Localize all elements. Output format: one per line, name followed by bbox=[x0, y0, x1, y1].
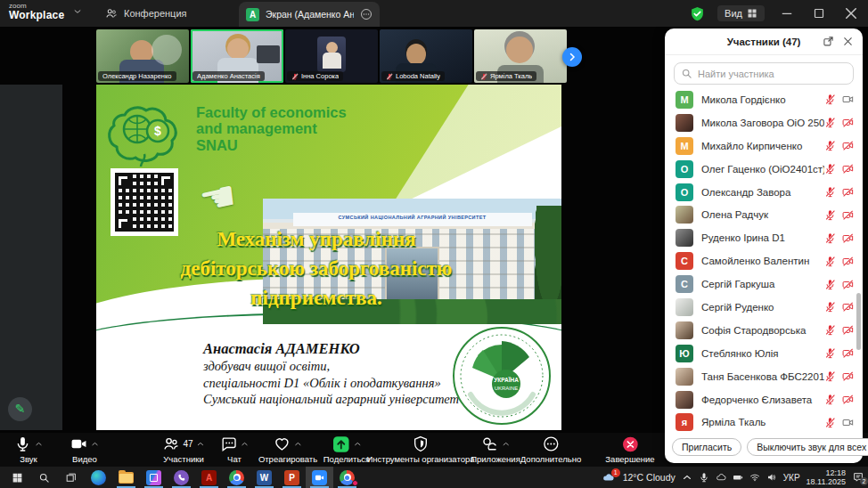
toolbar-mic-button[interactable]: Звук bbox=[14, 435, 43, 464]
caret-up-icon[interactable] bbox=[241, 440, 249, 448]
participant-row[interactable]: Олена Радчук bbox=[665, 203, 863, 226]
language-indicator[interactable]: УКР bbox=[783, 473, 800, 483]
participant-row[interactable]: Руденко Ірина D1 bbox=[665, 226, 863, 249]
tray-expand-icon[interactable] bbox=[682, 472, 692, 483]
taskbar-app-viber[interactable] bbox=[168, 467, 195, 488]
caret-up-icon[interactable] bbox=[91, 440, 99, 448]
mic-muted-icon bbox=[824, 301, 836, 313]
caret-up-icon[interactable] bbox=[294, 440, 302, 448]
participant-row[interactable]: Софія Стародворська bbox=[665, 319, 863, 342]
video-thumbnail[interactable]: Ярміла Ткаль bbox=[474, 29, 567, 83]
scrollbar-thumb[interactable] bbox=[856, 293, 861, 350]
task-view-button[interactable] bbox=[57, 467, 84, 488]
video-thumbnail[interactable]: Олександр Назаренко bbox=[96, 29, 189, 83]
weather-text[interactable]: 12°C Cloudy bbox=[623, 472, 676, 483]
participant-row[interactable]: OОлександр Завора bbox=[665, 181, 863, 204]
taskbar-app-chrome-profile[interactable] bbox=[333, 467, 361, 488]
network-icon[interactable] bbox=[749, 472, 760, 483]
toolbar-shield-button[interactable]: Инструменты организатора bbox=[366, 435, 474, 464]
people-icon bbox=[105, 7, 118, 20]
avatar: O bbox=[676, 183, 693, 201]
mute-all-button[interactable]: Выключить звук для всех bbox=[747, 438, 868, 456]
video-icon bbox=[70, 435, 87, 452]
taskbar-app-photos[interactable] bbox=[140, 467, 168, 488]
video-thumbnail[interactable]: Інна Сорока bbox=[285, 29, 378, 83]
caret-up-icon[interactable] bbox=[197, 440, 205, 448]
tab-more-icon[interactable] bbox=[360, 8, 373, 20]
participant-name: Олег Гаценко (ОіО2401ст) bbox=[701, 164, 824, 175]
participant-row[interactable]: яЯрміла Ткаль bbox=[665, 411, 863, 431]
taskbar-app-explorer[interactable] bbox=[112, 467, 140, 488]
taskbar-app-acrobat[interactable]: A bbox=[195, 467, 223, 488]
tray-mic-icon[interactable] bbox=[699, 472, 709, 483]
battery-icon[interactable] bbox=[733, 472, 743, 483]
participant-name: Микола Заговора ОіО 2501 bbox=[701, 118, 824, 128]
toolbar-video-button[interactable]: Видео bbox=[70, 435, 99, 464]
popout-icon[interactable] bbox=[823, 36, 834, 47]
avatar: M bbox=[676, 91, 693, 109]
taskbar-app-edge[interactable] bbox=[85, 467, 112, 488]
participant-count-badge: 47 bbox=[183, 439, 192, 449]
tab-shared-screen[interactable]: A Экран (Адаменко Анастасія) bbox=[239, 2, 380, 27]
toolbar-label: Поделиться bbox=[323, 454, 370, 464]
clock[interactable]: 12:18 18.11.2025 bbox=[807, 468, 846, 487]
participants-panel-footer: Пригласить Выключить звук для всех bbox=[665, 431, 863, 463]
notification-badge: 2 bbox=[860, 477, 868, 485]
security-shield-icon[interactable] bbox=[690, 6, 705, 21]
participant-row[interactable]: ЮСтеблянко Юлія bbox=[665, 342, 863, 365]
caret-up-icon[interactable] bbox=[35, 440, 43, 448]
invite-button[interactable]: Пригласить bbox=[672, 438, 741, 456]
participant-name: Михайло Кирпиченко bbox=[701, 141, 824, 151]
shared-screen-margin bbox=[0, 85, 62, 430]
maximize-button[interactable] bbox=[809, 5, 829, 21]
toolbar-more-button[interactable]: Дополнительно bbox=[520, 435, 581, 464]
participant-row[interactable]: ССамойленко Валентин bbox=[665, 249, 863, 272]
chevron-down-icon[interactable] bbox=[73, 7, 82, 16]
video-thumbnail[interactable]: Loboda Nataliy bbox=[380, 29, 472, 83]
camera-off-icon bbox=[842, 256, 854, 267]
volume-icon[interactable] bbox=[766, 472, 777, 483]
toolbar-chat-button[interactable]: Чат bbox=[220, 435, 249, 464]
notification-center-button[interactable]: 2 bbox=[852, 471, 865, 484]
toolbar-heart-button[interactable]: Отреагировать bbox=[258, 435, 317, 464]
participant-row[interactable]: MМикола Гордієнко bbox=[665, 88, 863, 111]
taskbar-app-chrome[interactable] bbox=[223, 467, 250, 488]
tab-conference[interactable]: Конференция bbox=[96, 0, 195, 27]
windows-logo-icon bbox=[12, 472, 23, 484]
participant-row[interactable]: Таня Басенкова ФБС2201 bbox=[665, 365, 863, 388]
participant-row[interactable]: Микола Заговора ОіО 2501 bbox=[665, 111, 863, 134]
toolbar-people-button[interactable]: 47Участники bbox=[162, 435, 204, 464]
participant-row[interactable]: MМихайло Кирпиченко bbox=[665, 134, 863, 158]
start-button[interactable] bbox=[4, 467, 30, 488]
taskbar-app-word[interactable]: W bbox=[250, 467, 278, 488]
participant-row[interactable]: OОлег Гаценко (ОіО2401ст) bbox=[665, 158, 863, 181]
weather-widget[interactable]: 1 bbox=[601, 471, 617, 484]
toolbar-share-button[interactable]: Поделиться bbox=[323, 435, 370, 464]
onedrive-icon[interactable] bbox=[716, 472, 726, 483]
avatar: M bbox=[676, 137, 693, 155]
participant-row[interactable]: ССергій Гаркуша bbox=[665, 272, 863, 296]
mic-muted-icon bbox=[824, 256, 836, 267]
toolbar-end-button[interactable]: Завершение bbox=[605, 435, 654, 464]
photos-icon bbox=[146, 470, 161, 485]
video-thumbnail[interactable]: Адаменко Анастасія bbox=[191, 29, 283, 83]
taskbar-search-button[interactable] bbox=[30, 467, 57, 488]
close-button[interactable] bbox=[841, 5, 861, 21]
annotation-pencil-button[interactable]: ✎ bbox=[8, 397, 32, 421]
next-videos-button[interactable] bbox=[562, 47, 582, 67]
toolbar-apps-button[interactable]: Приложения bbox=[471, 435, 520, 464]
taskbar-app-powerpoint[interactable]: P bbox=[278, 467, 306, 488]
caret-up-icon[interactable] bbox=[502, 440, 510, 448]
shield-icon bbox=[413, 435, 430, 452]
avatar bbox=[676, 206, 693, 224]
taskbar-app-zoomapp[interactable] bbox=[306, 467, 333, 488]
weather-badge: 1 bbox=[611, 468, 620, 477]
search-participant-input[interactable] bbox=[674, 62, 854, 85]
view-button[interactable]: Вид bbox=[717, 5, 765, 21]
caret-up-icon[interactable] bbox=[354, 440, 362, 448]
participant-row[interactable]: Федорченко Єлизавета bbox=[665, 388, 863, 411]
camera-off-icon bbox=[842, 301, 854, 313]
close-panel-icon[interactable] bbox=[842, 36, 854, 47]
minimize-button[interactable] bbox=[777, 5, 797, 21]
participant-row[interactable]: Сергій Руденко bbox=[665, 296, 863, 319]
